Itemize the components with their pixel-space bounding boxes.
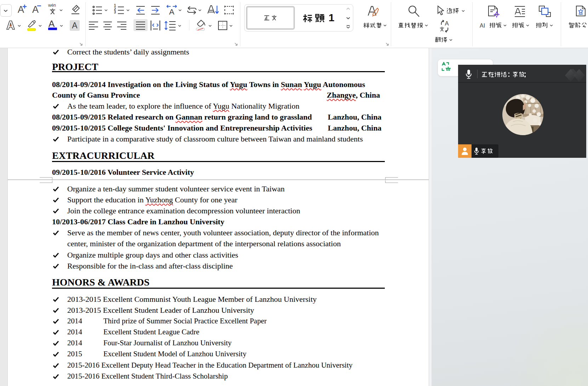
svg-text:A: A	[445, 20, 449, 27]
svg-text:A: A	[169, 7, 175, 16]
